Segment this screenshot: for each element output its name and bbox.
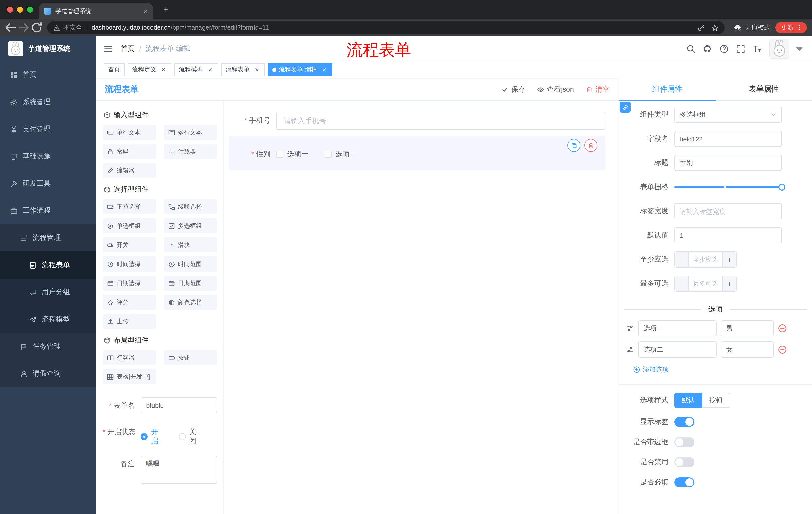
sidebar-item-6[interactable]: 流程管理 [0, 224, 96, 251]
toggle-switch-1[interactable] [674, 437, 694, 447]
option-name-input[interactable] [638, 320, 717, 336]
component-chip-1-3[interactable]: 多选框组 [164, 218, 217, 233]
sidebar-item-8[interactable]: 用户分组 [0, 279, 96, 306]
tab-component-props[interactable]: 组件属性 [619, 78, 716, 100]
sidebar-item-9[interactable]: 流程模型 [0, 306, 96, 333]
sidebar-item-5[interactable]: 工作流程 [0, 197, 96, 224]
remove-option-button[interactable] [778, 324, 787, 333]
gender-option-2-checkbox[interactable]: 选项二 [325, 150, 357, 159]
password-manager-icon[interactable] [697, 24, 705, 31]
component-chip-1-7[interactable]: 时间范围 [164, 256, 217, 272]
component-chip-0-1[interactable]: 多行文本 [164, 125, 217, 140]
component-chip-1-6[interactable]: 时间选择 [103, 256, 156, 272]
option-value-input[interactable] [721, 342, 774, 358]
toggle-switch-2[interactable] [674, 457, 694, 467]
tab-close-icon[interactable]: × [144, 7, 148, 15]
sidebar-item-2[interactable]: 支付管理 [0, 116, 96, 143]
label-width-input[interactable] [674, 203, 782, 219]
avatar[interactable] [769, 38, 789, 59]
breadcrumb-home[interactable]: 首页 [121, 44, 135, 53]
style-button-button[interactable]: 按钮 [702, 393, 730, 408]
font-size-icon[interactable] [753, 44, 762, 53]
remark-textarea[interactable]: 嘿嘿 [141, 456, 217, 484]
status-off-radio[interactable]: 关闭 [179, 428, 203, 445]
bookmark-star-icon[interactable] [711, 24, 719, 31]
tag-0[interactable]: 首页 [104, 63, 125, 76]
component-chip-0-4[interactable]: 编辑器 [103, 163, 156, 178]
search-icon[interactable] [686, 44, 695, 53]
help-icon[interactable] [720, 44, 729, 53]
option-value-input[interactable] [721, 320, 774, 336]
sidebar-item-10[interactable]: 任务管理 [0, 333, 96, 360]
form-grid-slider[interactable] [674, 179, 782, 195]
sidebar-item-1[interactable]: 系统管理 [0, 88, 96, 116]
tab-form-props[interactable]: 表单属性 [716, 78, 812, 100]
increase-button[interactable]: + [722, 276, 736, 291]
browser-menu-icon[interactable] [796, 24, 803, 31]
forward-button[interactable] [17, 21, 30, 34]
style-default-button[interactable]: 默认 [674, 393, 702, 408]
component-chip-1-12[interactable]: 上传 [103, 314, 156, 329]
back-button[interactable] [4, 21, 17, 34]
form-canvas[interactable]: 手机号 性别 [224, 101, 618, 514]
tag-4[interactable]: 流程表单-编辑× [268, 63, 332, 76]
sidebar-item-0[interactable]: 首页 [0, 61, 96, 88]
component-chip-0-0[interactable]: 单行文本 [103, 125, 156, 140]
tag-1[interactable]: 流程定义× [127, 63, 171, 76]
hamburger-icon[interactable] [104, 44, 113, 53]
update-browser-button[interactable]: 更新 [775, 22, 807, 33]
phone-input[interactable] [277, 112, 606, 130]
slider-handle[interactable] [778, 184, 785, 191]
sidebar-item-4[interactable]: 研发工具 [0, 170, 96, 197]
tag-close-icon[interactable]: × [206, 66, 213, 74]
delete-widget-button[interactable] [584, 139, 598, 152]
add-option-button[interactable]: 添加选项 [619, 360, 812, 374]
link-fab-button[interactable] [619, 102, 631, 113]
gender-option-1-checkbox[interactable]: 选项一 [277, 150, 309, 159]
default-value-input[interactable] [674, 227, 782, 243]
field-name-input[interactable] [674, 131, 782, 147]
browser-tab[interactable]: 芋道管理系统 × [39, 3, 153, 19]
sidebar-logo[interactable]: 芋道管理系统 [0, 36, 96, 61]
fullscreen-icon[interactable] [736, 44, 745, 53]
phone-widget[interactable]: 手机号 [229, 112, 606, 130]
form-name-input[interactable] [141, 397, 217, 413]
new-tab-button[interactable]: + [160, 3, 172, 16]
reload-button[interactable] [30, 21, 43, 34]
tag-close-icon[interactable]: × [321, 66, 328, 74]
component-chip-1-2[interactable]: 单选框组 [103, 218, 156, 233]
component-chip-0-3[interactable]: 123计数器 [164, 144, 217, 159]
sidebar-item-7[interactable]: 流程表单 [0, 251, 96, 279]
avatar-caret-icon[interactable] [795, 44, 804, 53]
gender-widget-selected[interactable]: 性别 选项一 选项二 [229, 136, 606, 170]
slider-track[interactable] [674, 186, 782, 188]
increase-button[interactable]: + [722, 252, 736, 267]
component-chip-2-1[interactable]: 按钮 [164, 350, 217, 365]
option-name-input[interactable] [638, 342, 717, 358]
component-chip-1-1[interactable]: 级联选择 [164, 199, 217, 214]
close-window-button[interactable] [7, 6, 13, 12]
tag-2[interactable]: 流程模型× [174, 63, 218, 76]
status-on-radio[interactable]: 开启 [141, 428, 165, 445]
remove-option-button[interactable] [778, 345, 787, 354]
component-chip-2-2[interactable]: 表格[开发中] [103, 369, 156, 384]
component-chip-1-5[interactable]: 滑块 [164, 237, 217, 252]
minimize-window-button[interactable] [17, 6, 23, 12]
save-button[interactable]: 保存 [502, 85, 525, 94]
sidebar-item-11[interactable]: 请假查询 [0, 360, 96, 387]
sidebar-item-3[interactable]: 基础设施 [0, 143, 96, 170]
copy-widget-button[interactable] [567, 139, 580, 152]
github-icon[interactable] [703, 44, 712, 53]
component-chip-1-11[interactable]: 颜色选择 [164, 295, 217, 310]
component-chip-1-0[interactable]: 下拉选择 [103, 199, 156, 214]
view-json-button[interactable]: 查看json [538, 85, 574, 94]
decrease-button[interactable]: − [675, 276, 689, 291]
address-bar[interactable]: 不安全 dashboard.yudao.iocoder.cn/bpm/manag… [47, 21, 725, 34]
zoom-window-button[interactable] [27, 6, 33, 12]
tag-3[interactable]: 流程表单× [221, 63, 265, 76]
toggle-switch-3[interactable] [674, 477, 694, 487]
component-chip-0-2[interactable]: 密码 [103, 144, 156, 159]
decrease-button[interactable]: − [675, 252, 689, 267]
tag-close-icon[interactable]: × [160, 66, 167, 74]
component-chip-2-0[interactable]: 行容器 [103, 350, 156, 365]
